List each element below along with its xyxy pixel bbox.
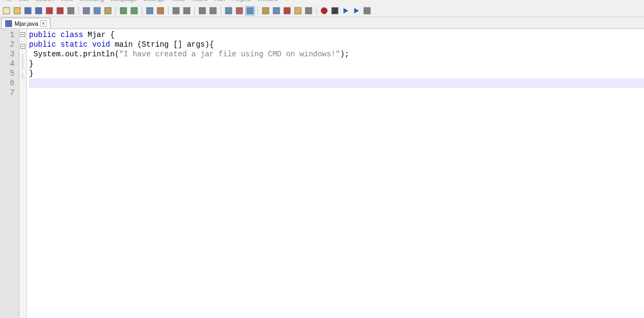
svg-rect-17 [210,8,216,14]
sync-h-button[interactable] [208,6,218,16]
indent-guide-icon [246,7,254,14]
find-button[interactable] [145,6,155,16]
func-list-button[interactable] [282,6,292,16]
menu-item-edit[interactable]: Edit [19,0,29,2]
menu-item-macro[interactable]: Macro [191,0,208,2]
paste-icon [104,7,112,14]
all-chars-icon [236,7,243,14]
token-plain [87,40,92,49]
sync-v-icon [199,7,206,14]
menu-item-settings[interactable]: Settings [143,0,165,2]
code-line[interactable]: } [29,59,644,69]
menu-item-[interactable]: ? [284,0,288,2]
print-button[interactable] [66,6,76,16]
token-id: { [106,31,115,39]
token-id: ; [345,50,349,58]
monitor-button[interactable] [304,6,313,16]
code-area[interactable]: public class Mjar {public static void ma… [27,29,644,318]
zoom-out-button[interactable] [182,6,192,16]
svg-marker-29 [354,8,359,13]
open-file-button[interactable] [12,6,22,16]
stop-button[interactable] [330,6,340,16]
func-list-icon [283,7,291,14]
menu-item-run[interactable]: Run [214,0,225,2]
save-macro-button[interactable] [362,6,372,16]
close-all-button[interactable] [55,6,65,16]
sync-v-button[interactable] [197,6,207,16]
token-kw: public [29,31,56,39]
copy-icon [93,7,101,14]
svg-rect-7 [83,8,90,14]
cut-button[interactable] [82,6,91,16]
close-button[interactable] [45,6,54,16]
menu-item-encoding[interactable]: Encoding [79,0,104,2]
close-all-icon [56,7,64,14]
menu-item-language[interactable]: Language [111,0,137,2]
save-all-button[interactable] [34,6,43,16]
save-button[interactable] [23,6,33,16]
toolbar-separator [258,6,258,15]
code-line[interactable] [29,88,644,98]
svg-rect-16 [199,8,206,14]
svg-rect-31 [5,20,12,27]
token-id: out [65,50,78,58]
play-button[interactable] [341,6,350,16]
menu-item-search[interactable]: Search [35,0,54,2]
svg-rect-26 [321,8,327,14]
toolbar-separator [142,6,142,15]
svg-rect-0 [3,8,10,14]
fold-toggle-icon[interactable] [20,44,25,49]
copy-button[interactable] [92,6,102,16]
fold-toggle-icon[interactable] [20,32,25,37]
indent-guide-button[interactable] [245,6,255,16]
svg-rect-23 [284,8,290,14]
sync-h-icon [209,7,217,14]
line-number: 4 [0,59,14,69]
save-all-icon [35,7,42,14]
code-line[interactable] [29,78,644,88]
all-chars-button[interactable] [235,6,244,16]
fold-marker[interactable] [19,32,26,42]
toolbar-separator [194,6,195,15]
menu-item-view[interactable]: View [61,0,74,2]
line-number: 7 [0,88,14,98]
play-multi-button[interactable] [352,6,361,16]
code-line[interactable]: public class Mjar { [29,30,644,40]
menu-item-tools[interactable]: Tools [171,0,185,2]
file-tab[interactable]: Mjar.java✕ [1,18,50,28]
code-line[interactable]: public static void main (String [] args)… [29,40,644,49]
paste-button[interactable] [103,6,113,16]
line-number: 6 [0,78,14,88]
token-id: System [29,50,61,58]
menu-item-file[interactable]: File [3,0,12,2]
redo-button[interactable] [129,6,139,16]
fold-marker[interactable] [19,44,26,54]
lang-button[interactable] [261,6,270,16]
undo-button[interactable] [119,6,128,16]
menu-bar: FileEditSearchViewEncodingLanguageSettin… [0,0,644,4]
replace-button[interactable] [156,6,165,16]
token-plain [56,31,60,39]
new-file-button[interactable] [2,6,11,16]
menu-item-window[interactable]: Window [257,0,278,2]
folder-button[interactable] [293,6,303,16]
wordwrap-button[interactable] [224,6,233,16]
token-id: ( [137,40,142,49]
svg-rect-14 [173,8,179,14]
doc-map-button[interactable] [272,6,281,16]
cut-icon [83,7,90,14]
close-icon[interactable]: ✕ [40,20,47,27]
record-icon [320,7,328,14]
file-tab-label: Mjar.java [14,20,38,27]
editor: 1234567 public class Mjar {public static… [0,29,644,318]
fold-end [19,63,26,73]
code-line[interactable]: System.out.println("I have created a jar… [29,49,644,59]
zoom-in-button[interactable] [171,6,181,16]
token-id: ( [115,50,119,58]
open-file-icon [13,7,21,14]
line-number-gutter: 1234567 [0,29,19,318]
menu-item-plugins[interactable]: Plugins [231,0,251,2]
code-line[interactable]: } [29,69,644,78]
record-button[interactable] [319,6,329,16]
toolbar-separator [168,6,169,15]
